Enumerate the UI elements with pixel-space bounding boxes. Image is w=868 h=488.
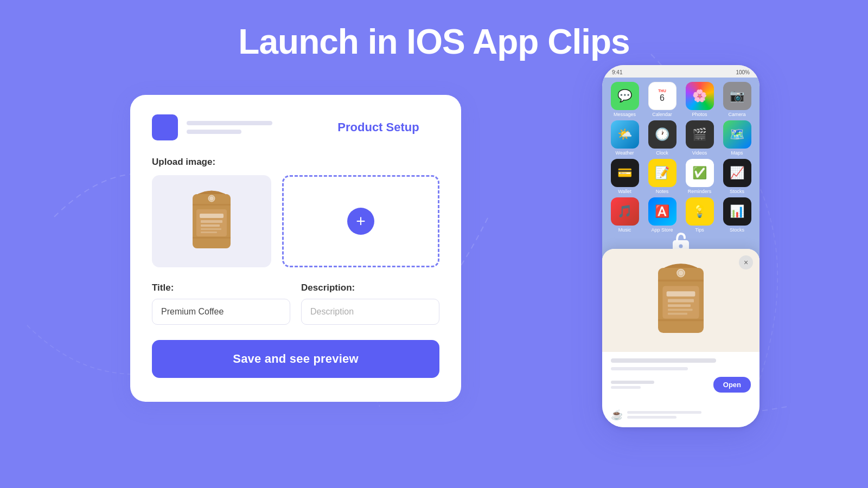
messages-icon: 💬 (611, 82, 639, 110)
stocks-icon: 📈 (723, 159, 751, 187)
phone-outer: 9:41 100% 💬 Messages THU6 Calendar 🌸 Pho… (602, 65, 760, 427)
reminders-icon: ✅ (686, 159, 714, 187)
header-line-1 (187, 121, 272, 125)
svg-rect-2 (193, 237, 231, 239)
phone-status-bar: 9:41 100% (602, 65, 760, 78)
clip-coffee-bag (648, 254, 713, 346)
ios-app-music[interactable]: 🎵 Music (608, 197, 642, 233)
svg-rect-6 (201, 224, 220, 227)
notes-icon: 📝 (648, 159, 676, 187)
clock-icon: 🕐 (648, 120, 676, 149)
svg-rect-17 (667, 291, 695, 297)
weather-icon: 🌤️ (611, 120, 639, 149)
photos-icon: 🌸 (686, 82, 714, 110)
ios-app-videos[interactable]: 🎬 Videos (682, 120, 717, 156)
header-line-2 (187, 130, 241, 134)
svg-rect-18 (668, 299, 694, 303)
product-setup-card: Product Setup Upload image: (130, 95, 461, 402)
title-label: Title: (152, 282, 290, 293)
ios-app-stocks2[interactable]: 📊 Stocks (720, 197, 754, 233)
upload-label: Upload image: (152, 157, 439, 168)
clip-close-button[interactable]: × (739, 255, 753, 269)
phone-battery: 100% (736, 69, 750, 75)
ios-app-camera[interactable]: 📷 Camera (720, 82, 754, 117)
svg-rect-7 (201, 228, 221, 230)
tips-icon: 💡 (686, 197, 714, 226)
coffee-bag-illustration (184, 183, 239, 259)
clip-subtitle-line (611, 367, 688, 370)
appstore-icon: 🅰️ (648, 197, 676, 226)
svg-rect-20 (668, 309, 693, 311)
ios-app-photos[interactable]: 🌸 Photos (682, 82, 717, 117)
description-input[interactable] (301, 299, 439, 325)
camera-icon: 📷 (723, 82, 751, 110)
svg-rect-19 (668, 304, 691, 307)
ios-app-tips[interactable]: 💡 Tips (682, 197, 717, 233)
stocks2-icon: 📊 (723, 197, 751, 226)
phone-mockup: 9:41 100% 💬 Messages THU6 Calendar 🌸 Pho… (602, 65, 760, 427)
videos-icon: 🎬 (686, 120, 714, 149)
title-field-group: Title: (152, 282, 290, 325)
add-image-icon: + (347, 208, 374, 235)
svg-rect-14 (658, 280, 704, 282)
clip-bottom-lines (627, 411, 751, 419)
clip-product-image (602, 249, 760, 352)
wallet-icon: 💳 (611, 159, 639, 187)
ios-app-maps[interactable]: 🗺️ Maps (720, 120, 754, 156)
calendar-icon: THU6 (648, 82, 676, 110)
card-title: Product Setup (337, 120, 419, 134)
ios-app-appstore[interactable]: 🅰️ App Store (645, 197, 679, 233)
svg-rect-1 (193, 204, 231, 206)
clip-info: Open (602, 352, 760, 406)
description-label: Description: (301, 282, 439, 293)
svg-rect-21 (668, 313, 687, 315)
maps-icon: 🗺️ (723, 120, 751, 149)
clip-coffee-icon: ☕ (611, 409, 623, 421)
card-logo (152, 114, 178, 140)
clip-open-button[interactable]: Open (713, 377, 751, 393)
svg-point-23 (679, 271, 682, 275)
app-clip-overlay: × (602, 249, 760, 427)
svg-rect-8 (201, 232, 217, 233)
card-header-lines (187, 121, 309, 134)
ios-app-notes[interactable]: 📝 Notes (645, 159, 679, 194)
title-input[interactable] (152, 299, 290, 325)
ios-app-stocks[interactable]: 📈 Stocks (720, 159, 754, 194)
phone-time: 9:41 (612, 69, 622, 75)
ios-app-calendar[interactable]: THU6 Calendar (645, 82, 679, 117)
clip-title-line (611, 358, 716, 363)
save-preview-button[interactable]: Save and see preview (152, 340, 439, 378)
image-preview (152, 175, 271, 267)
ios-app-clock[interactable]: 🕐 Clock (645, 120, 679, 156)
music-icon: 🎵 (611, 197, 639, 226)
ios-home-grid: 💬 Messages THU6 Calendar 🌸 Photos 📷 Came… (602, 78, 760, 238)
ios-app-messages[interactable]: 💬 Messages (608, 82, 642, 117)
svg-rect-4 (200, 214, 224, 218)
svg-point-12 (679, 245, 683, 248)
description-field-group: Description: (301, 282, 439, 325)
image-upload-button[interactable]: + (282, 175, 439, 267)
ios-app-wallet[interactable]: 💳 Wallet (608, 159, 642, 194)
ios-app-weather[interactable]: 🌤️ Weather (608, 120, 642, 156)
svg-rect-15 (658, 319, 704, 322)
ios-app-reminders[interactable]: ✅ Reminders (682, 159, 717, 194)
clip-bottom: ☕ (602, 406, 760, 427)
svg-point-10 (210, 197, 213, 200)
image-upload-row: + (152, 175, 439, 267)
clip-actions: Open (611, 377, 751, 393)
fields-row: Title: Description: (152, 282, 439, 325)
page-title: Launch in IOS App Clips (0, 22, 868, 62)
svg-rect-5 (201, 220, 222, 223)
card-header: Product Setup (152, 114, 439, 140)
